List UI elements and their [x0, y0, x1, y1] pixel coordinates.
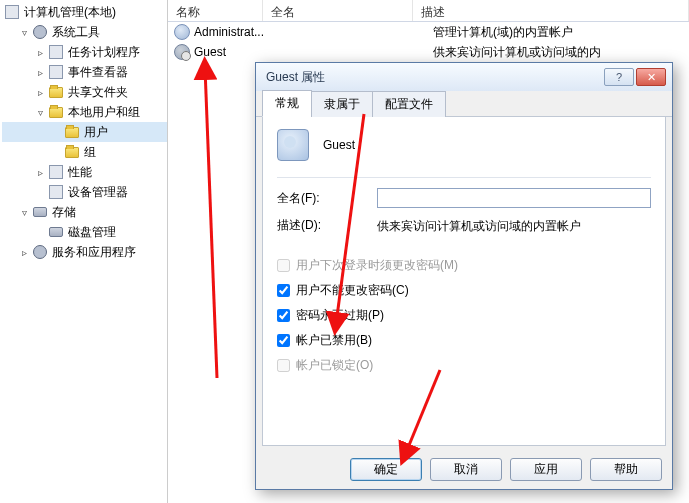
tree-label: 事件查看器 [68, 64, 128, 81]
tree-item-device-manager[interactable]: 设备管理器 [2, 182, 167, 202]
tree-root[interactable]: 计算机管理(本地) [2, 2, 167, 22]
tree-label: 本地用户和组 [68, 104, 140, 121]
dialog-titlebar[interactable]: Guest 属性 ? ✕ [256, 63, 672, 91]
tool-icon [32, 24, 48, 40]
expander-icon[interactable]: ▹ [34, 86, 46, 98]
checkbox[interactable] [277, 309, 290, 322]
expander-icon[interactable]: ▹ [34, 46, 46, 58]
chk-pw-never-expires[interactable]: 密码永不过期(P) [277, 307, 651, 324]
chk-label: 用户下次登录时须更改密码(M) [296, 257, 458, 274]
folder-icon [64, 144, 80, 160]
divider [277, 177, 651, 178]
ok-button[interactable]: 确定 [350, 458, 422, 481]
expander-icon[interactable]: ▹ [34, 66, 46, 78]
perf-icon [48, 164, 64, 180]
account-name: Guest [323, 138, 355, 152]
storage-icon [32, 204, 48, 220]
services-icon [32, 244, 48, 260]
tab-general[interactable]: 常规 [262, 90, 312, 117]
chk-label: 帐户已锁定(O) [296, 357, 373, 374]
users-icon [48, 104, 64, 120]
cell-desc: 管理计算机(域)的内置帐户 [433, 24, 689, 41]
help-button-icon[interactable]: ? [604, 68, 634, 86]
tree-label: 性能 [68, 164, 92, 181]
dialog-button-bar: 确定 取消 应用 帮助 [256, 452, 672, 489]
desc-value: 供来宾访问计算机或访问域的内置帐户 [377, 216, 651, 235]
col-fullname[interactable]: 全名 [263, 0, 413, 21]
tree-label: 服务和应用程序 [52, 244, 136, 261]
checkbox [277, 259, 290, 272]
cancel-button[interactable]: 取消 [430, 458, 502, 481]
tree-item-disk-mgmt[interactable]: 磁盘管理 [2, 222, 167, 242]
tree-item-local-users-groups[interactable]: ▿ 本地用户和组 [2, 102, 167, 122]
list-row-administrator[interactable]: Administrat... 管理计算机(域)的内置帐户 [168, 22, 689, 42]
tree-item-performance[interactable]: ▹ 性能 [2, 162, 167, 182]
checkbox[interactable] [277, 284, 290, 297]
device-icon [48, 184, 64, 200]
cell-desc: 供来宾访问计算机或访问域的内 [433, 44, 689, 61]
desc-label: 描述(D): [277, 217, 377, 234]
folder-icon [64, 124, 80, 140]
guest-properties-dialog: Guest 属性 ? ✕ 常规 隶属于 配置文件 Guest 全名(F): 描述… [255, 62, 673, 490]
tree-item-system-tools[interactable]: ▿ 系统工具 [2, 22, 167, 42]
apply-button[interactable]: 应用 [510, 458, 582, 481]
tree-item-event-viewer[interactable]: ▹ 事件查看器 [2, 62, 167, 82]
expander-icon[interactable]: ▿ [34, 106, 46, 118]
tree-item-storage[interactable]: ▿ 存储 [2, 202, 167, 222]
folder-icon [48, 84, 64, 100]
tree-label: 磁盘管理 [68, 224, 116, 241]
user-icon [174, 44, 190, 60]
col-name[interactable]: 名称 [168, 0, 263, 21]
expander-icon[interactable]: ▿ [18, 206, 30, 218]
tree-item-users[interactable]: 用户 [2, 122, 167, 142]
user-avatar-icon [277, 129, 309, 161]
tree-label: 系统工具 [52, 24, 100, 41]
tree-root-label: 计算机管理(本地) [24, 4, 116, 21]
close-button[interactable]: ✕ [636, 68, 666, 86]
fullname-label: 全名(F): [277, 190, 377, 207]
tree-item-services-apps[interactable]: ▹ 服务和应用程序 [2, 242, 167, 262]
chk-cannot-change-pw[interactable]: 用户不能更改密码(C) [277, 282, 651, 299]
tree-item-task-scheduler[interactable]: ▹ 任务计划程序 [2, 42, 167, 62]
chk-account-locked: 帐户已锁定(O) [277, 357, 651, 374]
event-icon [48, 64, 64, 80]
expander-icon[interactable]: ▹ [18, 246, 30, 258]
cell-name: Administrat... [194, 25, 283, 39]
expander-icon[interactable]: ▿ [18, 26, 30, 38]
chk-label: 帐户已禁用(B) [296, 332, 372, 349]
tree-label: 组 [84, 144, 96, 161]
disk-icon [48, 224, 64, 240]
list-row-guest[interactable]: Guest 供来宾访问计算机或访问域的内 [168, 42, 689, 62]
list-header: 名称 全名 描述 [168, 0, 689, 22]
tree-label: 任务计划程序 [68, 44, 140, 61]
tab-strip: 常规 隶属于 配置文件 [256, 91, 672, 117]
tree-item-shared-folders[interactable]: ▹ 共享文件夹 [2, 82, 167, 102]
tree-item-groups[interactable]: 组 [2, 142, 167, 162]
tab-memberof[interactable]: 隶属于 [311, 91, 373, 117]
tree-label: 用户 [84, 124, 108, 141]
dialog-body: Guest 全名(F): 描述(D): 供来宾访问计算机或访问域的内置帐户 用户… [262, 117, 666, 446]
checkbox[interactable] [277, 334, 290, 347]
cell-name: Guest [194, 45, 283, 59]
fullname-input[interactable] [377, 188, 651, 208]
expander-icon[interactable]: ▹ [34, 166, 46, 178]
checkbox [277, 359, 290, 372]
col-desc[interactable]: 描述 [413, 0, 689, 21]
clock-icon [48, 44, 64, 60]
nav-tree: 计算机管理(本地) ▿ 系统工具 ▹ 任务计划程序 ▹ 事件查看器 ▹ 共享文件… [0, 2, 167, 262]
tree-label: 设备管理器 [68, 184, 128, 201]
computer-icon [4, 4, 20, 20]
tab-profile[interactable]: 配置文件 [372, 91, 446, 117]
chk-label: 用户不能更改密码(C) [296, 282, 409, 299]
chk-account-disabled[interactable]: 帐户已禁用(B) [277, 332, 651, 349]
tree-pane: 计算机管理(本地) ▿ 系统工具 ▹ 任务计划程序 ▹ 事件查看器 ▹ 共享文件… [0, 0, 168, 503]
dialog-title: Guest 属性 [262, 69, 602, 86]
chk-label: 密码永不过期(P) [296, 307, 384, 324]
tree-label: 存储 [52, 204, 76, 221]
tree-label: 共享文件夹 [68, 84, 128, 101]
chk-must-change-pw: 用户下次登录时须更改密码(M) [277, 257, 651, 274]
user-icon [174, 24, 190, 40]
help-button[interactable]: 帮助 [590, 458, 662, 481]
